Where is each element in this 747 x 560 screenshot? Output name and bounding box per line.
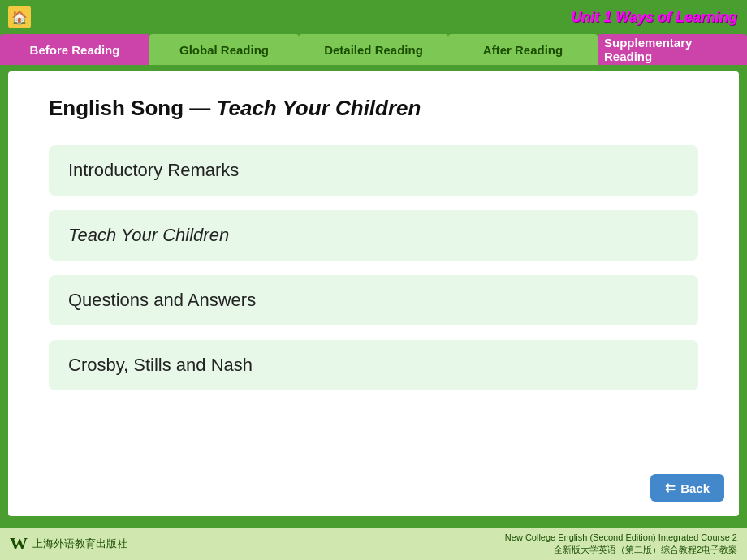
back-label: Back bbox=[680, 481, 710, 495]
home-icon: 🏠 bbox=[11, 10, 28, 25]
tab-global-reading[interactable]: Global Reading bbox=[149, 34, 299, 65]
tab-supplementary-reading[interactable]: Supplementary Reading bbox=[598, 34, 747, 65]
tab-after-reading[interactable]: After Reading bbox=[448, 34, 598, 65]
menu-item-questions-and-answers[interactable]: Questions and Answers bbox=[49, 275, 698, 325]
footer: W 上海外语教育出版社 New College English (Second … bbox=[0, 528, 747, 560]
back-button[interactable]: ⇇ Back bbox=[650, 474, 724, 502]
footer-logo: W 上海外语教育出版社 bbox=[10, 533, 127, 554]
logo-w: W bbox=[10, 533, 28, 554]
main-content: English Song — Teach Your Children Intro… bbox=[8, 71, 739, 516]
top-bar: 🏠 Unit 1 Ways of Learning bbox=[0, 0, 747, 34]
home-button[interactable]: 🏠 bbox=[8, 6, 31, 28]
logo-text: 上海外语教育出版社 bbox=[32, 536, 127, 551]
title-italic: Teach Your Children bbox=[217, 96, 421, 120]
title-plain: English Song — bbox=[49, 96, 217, 120]
footer-line1: New College English (Second Edition) Int… bbox=[505, 532, 737, 544]
page-title: English Song — Teach Your Children bbox=[49, 96, 698, 121]
menu-item-teach-your-children[interactable]: Teach Your Children bbox=[49, 210, 698, 261]
footer-right: New College English (Second Edition) Int… bbox=[505, 532, 737, 557]
tab-before-reading[interactable]: Before Reading bbox=[0, 34, 149, 65]
unit-title: Unit 1 Ways of Learning bbox=[571, 9, 737, 26]
nav-tabs: Before Reading Global Reading Detailed R… bbox=[0, 34, 747, 65]
menu-item-introductory-remarks[interactable]: Introductory Remarks bbox=[49, 145, 698, 196]
footer-line2: 全新版大学英语（第二版）综合教程2电子教案 bbox=[505, 544, 737, 556]
tab-detailed-reading[interactable]: Detailed Reading bbox=[299, 34, 448, 65]
menu-item-crosby-stills-nash[interactable]: Crosby, Stills and Nash bbox=[49, 340, 698, 390]
back-arrow-icon: ⇇ bbox=[665, 480, 676, 495]
